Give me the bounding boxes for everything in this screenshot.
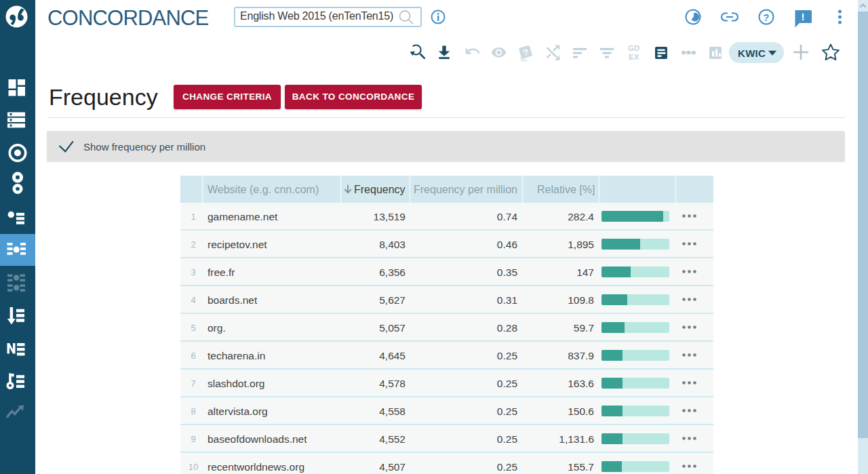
svg-text:?: ?: [764, 12, 770, 23]
svg-text:!: !: [802, 11, 805, 22]
svg-text:?: ?: [521, 47, 530, 58]
